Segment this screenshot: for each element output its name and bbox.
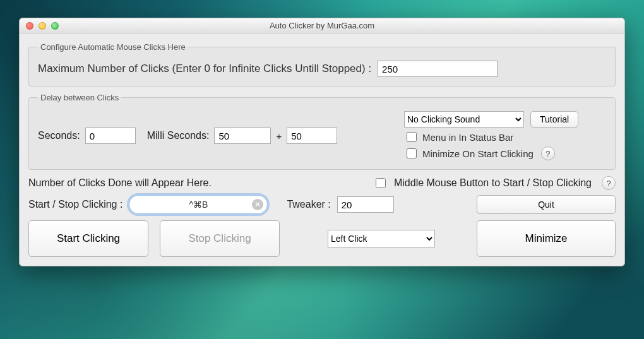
shortcut-input[interactable]: ^⌘B ✕ (129, 195, 268, 214)
ms-label: Milli Seconds: (147, 130, 210, 141)
tweaker-label: Tweaker : (287, 199, 330, 210)
plus-label: + (276, 131, 282, 141)
ms-input-2[interactable] (287, 128, 337, 144)
shortcut-value: ^⌘B (189, 199, 208, 210)
tutorial-button[interactable]: Tutorial (530, 111, 578, 128)
help-icon[interactable]: ? (541, 146, 555, 160)
window-title: Auto Clicker by MurGaa.com (20, 21, 624, 30)
config-group: Configure Automatic Mouse Clicks Here Ma… (28, 42, 616, 86)
content-area: Configure Automatic Mouse Clicks Here Ma… (20, 33, 624, 266)
max-clicks-label: Maximum Number of Clicks (Enter 0 for In… (38, 62, 371, 75)
menu-bar-checkbox[interactable] (407, 132, 417, 142)
clicks-done-label: Number of Clicks Done will Appear Here. (28, 177, 212, 189)
click-type-select[interactable]: Left Click (328, 230, 435, 247)
minimize-start-checkbox[interactable] (407, 148, 417, 158)
config-legend: Configure Automatic Mouse Clicks Here (38, 42, 188, 52)
max-clicks-input[interactable] (378, 61, 498, 77)
menu-bar-label: Menu in In Status Bar (422, 132, 513, 143)
titlebar[interactable]: Auto Clicker by MurGaa.com (20, 18, 624, 33)
shortcut-label: Start / Stop Clicking : (28, 199, 122, 210)
minimize-start-label: Minimize On Start Clicking (422, 148, 534, 159)
seconds-input[interactable] (85, 128, 136, 144)
start-button[interactable]: Start Clicking (28, 220, 148, 257)
middle-mouse-label: Middle Mouse Button to Start / Stop Clic… (394, 177, 592, 189)
tweaker-input[interactable] (337, 196, 394, 213)
delay-legend: Delay between Clicks (38, 93, 121, 102)
help-icon[interactable]: ? (602, 176, 616, 190)
quit-button[interactable]: Quit (477, 195, 616, 214)
seconds-label: Seconds: (38, 130, 80, 141)
ms-input-1[interactable] (214, 128, 271, 144)
middle-mouse-checkbox[interactable] (376, 178, 386, 188)
stop-button[interactable]: Stop Clicking (160, 220, 280, 257)
app-window: Auto Clicker by MurGaa.com Configure Aut… (19, 18, 625, 266)
delay-group: Delay between Clicks Seconds: Milli Seco… (28, 93, 616, 170)
clear-icon[interactable]: ✕ (252, 199, 263, 210)
sound-select[interactable]: No Clicking Sound (404, 111, 524, 128)
minimize-button[interactable]: Minimize (477, 220, 616, 257)
